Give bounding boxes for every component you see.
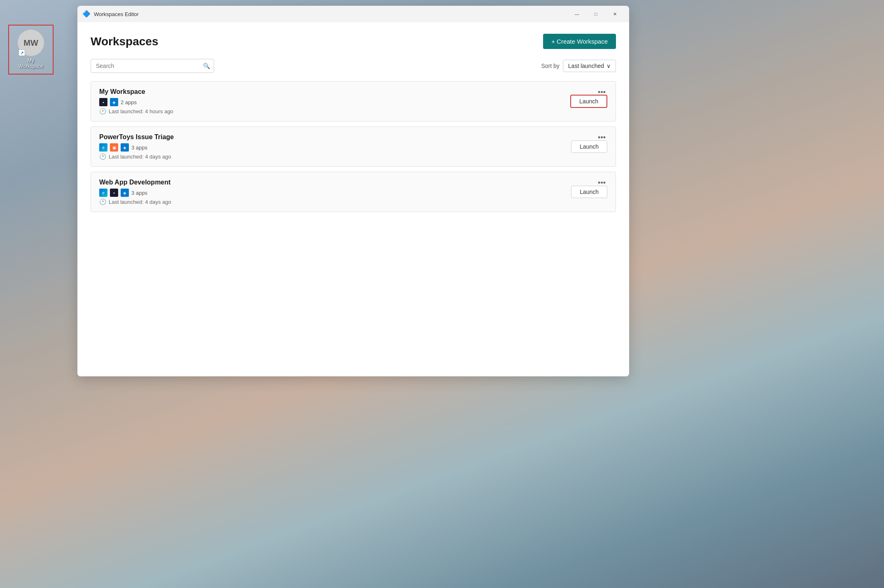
apps-count: 2 apps (121, 99, 137, 105)
page-title: Workspaces (91, 35, 158, 48)
workspace-card-left: PowerToys Issue Triage e ▣ ◈ 3 apps 🕐 La… (99, 133, 571, 160)
clock-icon: 🕐 (99, 153, 106, 160)
workspace-apps-row: e ▣ ◈ 3 apps (99, 143, 571, 152)
search-input[interactable] (91, 59, 214, 73)
workspace-card-left: Web App Development e ▪ ◈ 3 apps 🕐 Last … (99, 179, 571, 205)
sort-chevron-icon: ∨ (606, 63, 611, 69)
maximize-button[interactable]: □ (586, 7, 605, 21)
workspace-card: PowerToys Issue Triage e ▣ ◈ 3 apps 🕐 La… (91, 126, 616, 167)
desktop-icon-avatar: MW ↗ (18, 30, 44, 56)
workspace-name: My Workspace (99, 88, 570, 96)
app-icon-gallery: ▣ (110, 143, 118, 152)
avatar-initials: MW (23, 38, 38, 48)
sort-select-button[interactable]: Last launched ∨ (563, 60, 616, 72)
main-content: Workspaces + Create Workspace 🔍 Sort by … (77, 22, 629, 376)
app-icon-vscode: ◈ (121, 143, 129, 152)
app-icon-terminal: ▪ (110, 189, 118, 197)
workspace-time: 🕐 Last launched: 4 days ago (99, 198, 571, 205)
minimize-button[interactable]: — (567, 7, 586, 21)
close-button[interactable]: ✕ (605, 7, 624, 21)
search-sort-row: 🔍 Sort by Last launched ∨ (91, 59, 616, 73)
my-workspace-desktop-icon[interactable]: MW ↗ MyWorkspace (12, 28, 50, 71)
app-icon-edge: e (99, 189, 107, 197)
title-bar: 🔷 Workspaces Editor — □ ✕ (77, 6, 629, 22)
app-icon-terminal: ▪ (99, 98, 107, 106)
search-icon: 🔍 (203, 63, 210, 69)
workspace-card: Web App Development e ▪ ◈ 3 apps 🕐 Last … (91, 172, 616, 212)
sort-value-label: Last launched (568, 63, 604, 69)
workspaces-editor-window: 🔷 Workspaces Editor — □ ✕ Workspaces + C… (77, 6, 629, 376)
workspace-apps-row: e ▪ ◈ 3 apps (99, 189, 571, 197)
last-launched-text: Last launched: 4 days ago (109, 199, 171, 205)
app-icon: 🔷 (82, 10, 91, 18)
apps-count: 3 apps (131, 190, 147, 196)
workspace-name: PowerToys Issue Triage (99, 133, 571, 141)
clock-icon: 🕐 (99, 108, 106, 114)
window-title: Workspaces Editor (94, 11, 139, 17)
shortcut-arrow-icon: ↗ (19, 49, 25, 56)
title-bar-left: 🔷 Workspaces Editor (82, 10, 139, 18)
create-workspace-button[interactable]: + Create Workspace (543, 34, 616, 49)
workspace-apps-row: ▪ ◈ 2 apps (99, 98, 570, 106)
search-container: 🔍 (91, 59, 214, 73)
workspace-time: 🕐 Last launched: 4 hours ago (99, 108, 570, 114)
more-options-button[interactable]: ••• (595, 86, 609, 98)
sort-by-label: Sort by (541, 63, 559, 69)
last-launched-text: Last launched: 4 hours ago (109, 108, 173, 114)
desktop-icon-highlighted: MW ↗ MyWorkspace (8, 25, 54, 75)
workspace-name: Web App Development (99, 179, 571, 186)
app-icon-vscode: ◈ (110, 98, 118, 106)
window-controls: — □ ✕ (567, 7, 624, 21)
app-icon-edge: e (99, 143, 107, 152)
last-launched-text: Last launched: 4 days ago (109, 154, 171, 160)
workspace-time: 🕐 Last launched: 4 days ago (99, 153, 571, 160)
more-options-button[interactable]: ••• (595, 132, 609, 144)
app-icon-vscode: ◈ (121, 189, 129, 197)
workspace-card-left: My Workspace ▪ ◈ 2 apps 🕐 Last launched:… (99, 88, 570, 114)
workspace-list: My Workspace ▪ ◈ 2 apps 🕐 Last launched:… (91, 81, 616, 217)
header-row: Workspaces + Create Workspace (91, 34, 616, 49)
clock-icon: 🕐 (99, 198, 106, 205)
more-options-button[interactable]: ••• (595, 177, 609, 189)
sort-container: Sort by Last launched ∨ (541, 60, 616, 72)
workspace-card: My Workspace ▪ ◈ 2 apps 🕐 Last launched:… (91, 81, 616, 121)
desktop-icon-label: MyWorkspace (19, 58, 43, 70)
apps-count: 3 apps (131, 145, 147, 151)
